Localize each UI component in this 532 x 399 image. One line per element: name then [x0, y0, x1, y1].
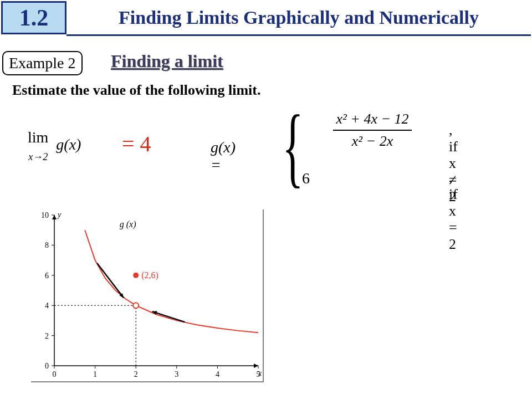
piece-1: x² + 4x − 12 x² − 2x [300, 110, 444, 150]
svg-text:1: 1 [93, 370, 97, 378]
section-number: 1.2 [19, 4, 49, 31]
example-label: Example 2 [9, 54, 76, 71]
svg-text:g (x): g (x) [120, 219, 136, 229]
piece-2-condition: , if x = 2 [449, 170, 458, 253]
limit-function: g(x) [56, 136, 81, 153]
svg-text:3: 3 [175, 370, 178, 378]
svg-text:6: 6 [45, 272, 49, 280]
prompt-text: Estimate the value of the following limi… [12, 82, 260, 99]
svg-marker-2 [254, 364, 258, 368]
limit-sub: x→2 [28, 151, 48, 162]
svg-text:4: 4 [216, 370, 219, 378]
piece-1-numerator: x² + 4x − 12 [333, 111, 412, 131]
svg-marker-3 [52, 215, 57, 219]
title-bar: Finding Limits Graphically and Numerical… [66, 1, 531, 36]
graph: 0123450246810xy(2,6)g (x) [31, 209, 264, 382]
svg-text:2: 2 [134, 370, 138, 378]
subsection-title: Finding a limit [111, 51, 223, 71]
svg-text:y: y [57, 211, 62, 219]
svg-text:(2,6): (2,6) [141, 270, 158, 280]
svg-text:0: 0 [45, 362, 49, 370]
page-title: Finding Limits Graphically and Numerical… [119, 7, 479, 28]
piece-1-denominator: x² − 2x [352, 131, 393, 150]
svg-text:x: x [258, 369, 262, 377]
math-row: lim x→2 g(x) = 4 g(x) = { x² + 4x − 12 x… [28, 105, 515, 200]
svg-point-37 [133, 273, 139, 278]
gx-label: g(x) = [211, 139, 236, 174]
piece-2-value: 6 [302, 170, 310, 187]
section-badge: 1.2 [1, 1, 66, 34]
svg-text:2: 2 [45, 332, 49, 340]
svg-text:4: 4 [45, 301, 49, 310]
svg-line-34 [152, 311, 185, 322]
svg-text:0: 0 [53, 370, 57, 378]
limit-operator: lim [28, 129, 48, 146]
limit-answer: = 4 [122, 131, 151, 157]
svg-text:8: 8 [45, 241, 49, 249]
svg-line-32 [97, 263, 124, 298]
example-badge: Example 2 [2, 51, 83, 75]
svg-text:10: 10 [41, 211, 49, 219]
limit-expression: lim x→2 g(x) [28, 129, 81, 164]
svg-point-36 [133, 303, 139, 308]
